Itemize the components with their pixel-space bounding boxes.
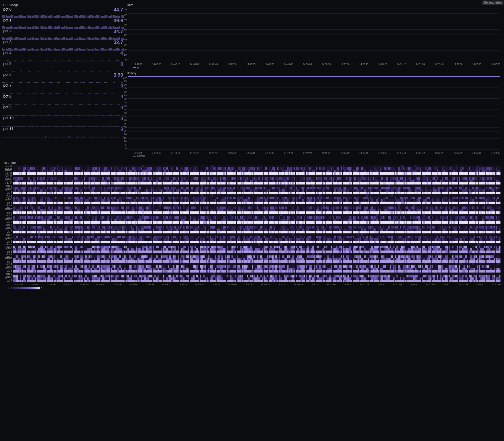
- heatmap-row: nice 4: [3, 233, 501, 236]
- heatmap-row: user 6: [3, 216, 501, 219]
- ram-legend: pct: [126, 65, 502, 70]
- heatmap-row: user 9: [3, 187, 501, 189]
- cpu-label: pct 7: [3, 83, 11, 87]
- heatmap-row: idle 6: [3, 221, 501, 224]
- cpu-row-8[interactable]: pct 80: [2, 94, 124, 105]
- heatmap-row: idle 7: [3, 211, 501, 214]
- cpu-label: pct 8: [3, 94, 11, 98]
- heatmap-row: system 7: [3, 209, 501, 211]
- cpu-label: pct 1: [3, 18, 11, 22]
- heatmap-row: idle 3: [3, 251, 501, 253]
- heatmap-row: system 8: [3, 199, 501, 202]
- cpu-sparkline: [2, 122, 124, 127]
- cpu-label: pct 0: [3, 7, 11, 11]
- heatmap-row: user 3: [3, 246, 501, 248]
- cpu-sparkline: [2, 89, 124, 94]
- heatmap-row: user 8: [3, 197, 501, 199]
- heatmap-row: system 10: [3, 180, 501, 182]
- cpu-row-11[interactable]: pct 110: [2, 127, 124, 137]
- cpu-row-2[interactable]: pct 234.7: [2, 29, 124, 40]
- ram-chart[interactable]: 1009080706050403020100: [128, 8, 500, 61]
- ram-x-axis: 14:47:4514:48:0014:48:1514:48:3014:48:45…: [126, 62, 502, 65]
- heatmap-row: user 0: [3, 275, 501, 277]
- heatmap-row: user 7: [3, 207, 501, 209]
- cputime-panel: cpu_time nice 11user 11system 11idle 11n…: [2, 159, 502, 291]
- cpu-label: pct 4: [3, 51, 11, 55]
- heatmap-row: idle 1: [3, 270, 501, 273]
- heatmap-row: system 0: [3, 277, 501, 280]
- cpu-row-6[interactable]: pct 63.90: [2, 72, 124, 83]
- heatmap-row: system 4: [3, 238, 501, 241]
- heatmap-row: idle 0: [3, 280, 501, 282]
- cpu-sparkline: [2, 67, 124, 72]
- battery-title: Battery: [126, 70, 502, 75]
- heatmap-row: nice 10: [3, 175, 501, 177]
- heatmap-row: user 10: [3, 177, 501, 180]
- cputime-title: cpu_time: [3, 160, 501, 165]
- heatmap-row: system 2: [3, 258, 501, 260]
- heatmap-row: nice 6: [3, 214, 501, 216]
- heatmap-row: idle 11: [3, 172, 501, 175]
- heatmap-row: idle 8: [3, 202, 501, 204]
- cpu-row-10[interactable]: pct 100: [2, 116, 124, 127]
- right-column: Ram 1009080706050403020100 14:47:4514:48…: [126, 2, 502, 159]
- battery-line: [128, 76, 500, 77]
- heatmap-row: system 1: [3, 268, 501, 270]
- heatmap-row: user 2: [3, 255, 501, 258]
- cputime-x-axis: 14:47:5014:48:0014:48:1014:48:2014:48:30…: [3, 282, 501, 286]
- cpu-row-5[interactable]: pct 50: [2, 61, 124, 72]
- dashboard-grid: CPU usage pct 044.7pct 139.6pct 234.7pct…: [0, 0, 504, 293]
- heatmap-row: system 5: [3, 229, 501, 231]
- heatmap-row: user 11: [3, 167, 501, 170]
- ram-title: Ram: [126, 2, 502, 7]
- heatmap-row: nice 3: [3, 243, 501, 246]
- battery-x-axis: 14:47:4514:48:0014:48:1514:48:3014:48:45…: [126, 151, 502, 154]
- heatmap-row: system 9: [3, 189, 501, 192]
- cpu-sparkline: [2, 46, 124, 51]
- cpu-sparkline: [2, 24, 124, 29]
- heatmap-row: system 11: [3, 170, 501, 172]
- battery-y-axis: 1009590858075706560555045403530252015105…: [127, 76, 134, 150]
- cpu-label: pct 3: [3, 40, 11, 44]
- cpu-row-7[interactable]: pct 70: [2, 83, 124, 94]
- cputime-heatmap[interactable]: nice 11user 11system 11idle 11nice 10use…: [3, 165, 501, 282]
- battery-panel: Battery 10095908580757065605550454035302…: [126, 70, 502, 159]
- cputime-colorbar: 1 51: [3, 286, 501, 290]
- heatmap-row: system 3: [3, 248, 501, 251]
- ram-line: [128, 34, 500, 34]
- heatmap-row: nice 8: [3, 194, 501, 197]
- cpu-usage-panel: CPU usage pct 044.7pct 139.6pct 234.7pct…: [2, 2, 126, 159]
- cpu-row-4[interactable]: pct 44: [2, 51, 124, 61]
- battery-legend-swatch: [133, 156, 136, 157]
- cpu-row-1[interactable]: pct 139.6: [2, 18, 124, 29]
- heatmap-row: nice 11: [3, 165, 501, 167]
- cpu-row-3[interactable]: pct 332.7: [2, 40, 124, 51]
- ram-y-axis: 1009080706050403020100: [127, 8, 134, 61]
- heatmap-row: idle 10: [3, 182, 501, 184]
- heatmap-row: nice 9: [3, 184, 501, 187]
- cpu-label: pct 9: [3, 105, 11, 109]
- heatmap-row: system 6: [3, 219, 501, 221]
- heatmap-row: idle 2: [3, 260, 501, 263]
- heatmap-row: idle 4: [3, 241, 501, 243]
- heatmap-row: nice 2: [3, 253, 501, 255]
- heatmap-row: idle 9: [3, 192, 501, 194]
- heatmap-row: nice 1: [3, 263, 501, 265]
- ram-legend-swatch: [133, 67, 136, 68]
- battery-legend: percent: [126, 154, 502, 159]
- set-auto-refresh-button[interactable]: Set auto refres: [482, 1, 503, 5]
- cpu-row-9[interactable]: pct 90: [2, 105, 124, 116]
- heatmap-row: nice 5: [3, 224, 501, 226]
- heatmap-row: user 1: [3, 265, 501, 268]
- ram-panel: Ram 1009080706050403020100 14:47:4514:48…: [126, 2, 502, 70]
- heatmap-row: idle 5: [3, 231, 501, 233]
- cpu-label: pct 2: [3, 29, 11, 33]
- heatmap-row: user 4: [3, 236, 501, 238]
- battery-chart[interactable]: 1009590858075706560555045403530252015105…: [128, 76, 500, 150]
- cpu-sparkline: [2, 78, 124, 83]
- cpu-sparkline: [2, 133, 124, 137]
- cpu-row-0[interactable]: pct 044.7: [2, 7, 124, 18]
- cpu-sparkline: [2, 111, 124, 116]
- cpu-label: pct 6: [3, 72, 11, 77]
- cpu-sparkline: [2, 35, 124, 40]
